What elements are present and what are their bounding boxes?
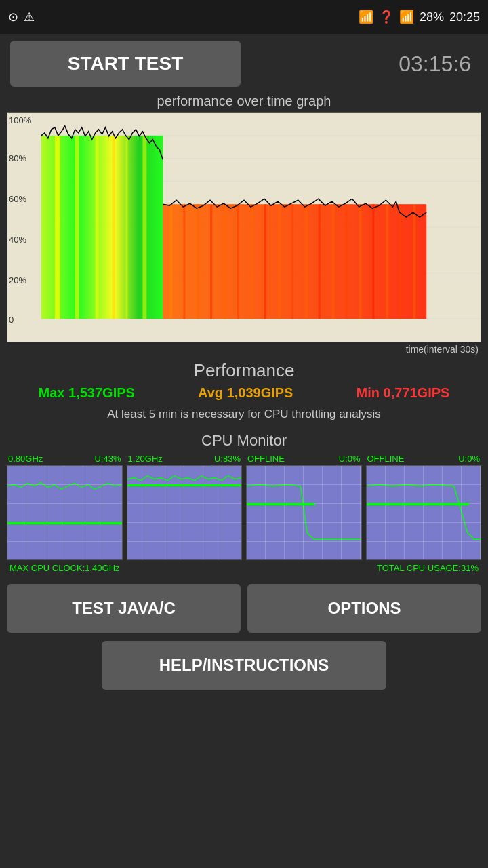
performance-graph: 100% 80% 60% 40% 20% 0: [7, 112, 481, 342]
cpu-core-3-freq: OFFLINE: [367, 454, 405, 464]
cpu-core-1-graph: [127, 465, 243, 560]
svg-rect-32: [413, 204, 415, 319]
performance-section: Performance Max 1,537GIPS Avg 1,039GIPS …: [0, 355, 488, 425]
svg-rect-12: [142, 136, 146, 319]
cpu-core-1-usage: U:83%: [214, 454, 241, 464]
cpu-core-2-line: [247, 503, 315, 505]
status-right-icons: 📶 ❓ 📶 28% 20:25: [359, 9, 480, 24]
question-icon: ❓: [379, 9, 394, 24]
svg-rect-24: [305, 204, 308, 319]
cpu-core-0-svg: [7, 466, 122, 559]
cpu-core-2-header: OFFLINE U:0%: [246, 454, 362, 465]
svg-rect-27: [346, 204, 348, 319]
warning-icon: ⚠: [24, 9, 35, 24]
test-java-c-button[interactable]: TEST JAVA/C: [7, 584, 241, 633]
cpu-monitor-title: CPU Monitor: [7, 432, 481, 450]
svg-rect-25: [319, 204, 321, 319]
graph-time-label: time(interval 30s): [7, 344, 481, 355]
svg-rect-11: [126, 136, 128, 319]
max-cpu-clock: MAX CPU CLOCK:1.40GHz: [9, 563, 120, 573]
cpu-core-2-usage: U:0%: [339, 454, 361, 464]
cpu-core-0-freq: 0.80GHz: [8, 454, 43, 464]
help-instructions-button[interactable]: HELP/INSTRUCTIONS: [102, 641, 386, 690]
svg-rect-8: [75, 136, 79, 319]
svg-rect-21: [264, 204, 266, 319]
cpu-core-3-graph: [366, 465, 482, 560]
svg-rect-10: [113, 136, 115, 319]
svg-rect-7: [55, 136, 60, 319]
cpu-core-3-header: OFFLINE U:0%: [366, 454, 482, 465]
cpu-core-0-line: [7, 522, 122, 524]
cpu-core-2-freq: OFFLINE: [247, 454, 285, 464]
svg-rect-18: [224, 204, 226, 319]
cpu-core-1-freq: 1.20GHz: [128, 454, 163, 464]
svg-rect-16: [197, 204, 199, 319]
timer-display: 03:15:6: [241, 52, 478, 77]
cpu-core-3-usage: U:0%: [458, 454, 480, 464]
help-button-container: HELP/INSTRUCTIONS: [0, 641, 488, 690]
graph-section: performance over time graph 100% 80% 60%…: [0, 94, 488, 355]
time-display: 20:25: [449, 10, 480, 24]
svg-rect-28: [359, 204, 362, 319]
svg-rect-31: [399, 204, 401, 319]
svg-rect-15: [183, 204, 185, 319]
cpu-grids-container: 0.80GHz U:43% 1.20GHz U:83%: [7, 454, 481, 560]
svg-rect-14: [169, 204, 172, 319]
svg-rect-19: [237, 204, 239, 319]
cpu-core-1-line: [127, 484, 242, 486]
svg-rect-26: [332, 204, 335, 319]
svg-rect-23: [291, 204, 293, 319]
svg-rect-9: [96, 136, 99, 319]
graph-title: performance over time graph: [7, 94, 481, 109]
cpu-core-0: 0.80GHz U:43%: [7, 454, 123, 560]
performance-graph-svg: [7, 113, 481, 342]
cpu-core-2-svg: [247, 466, 361, 559]
top-controls: START TEST 03:15:6: [0, 34, 488, 94]
min-stat: Min 0,771GIPS: [357, 385, 450, 401]
cpu-core-0-graph: [7, 465, 123, 560]
status-left-icons: ⊙ ⚠: [8, 9, 35, 24]
options-button[interactable]: OPTIONS: [247, 584, 481, 633]
svg-rect-29: [372, 204, 374, 319]
cpu-core-3-line: [367, 503, 470, 505]
max-stat: Max 1,537GIPS: [39, 385, 135, 401]
action-buttons: TEST JAVA/C OPTIONS: [0, 576, 488, 641]
cpu-core-1: 1.20GHz U:83%: [127, 454, 243, 560]
battery-text: 28%: [420, 10, 444, 24]
cpu-core-2-graph: [246, 465, 362, 560]
svg-rect-20: [251, 204, 253, 319]
wifi-icon: 📶: [359, 9, 373, 24]
start-test-button[interactable]: START TEST: [10, 41, 241, 87]
cpu-core-1-header: 1.20GHz U:83%: [127, 454, 243, 465]
svg-rect-22: [278, 204, 281, 319]
total-cpu-usage: TOTAL CPU USAGE:31%: [377, 563, 479, 573]
cpu-bottom-stats: MAX CPU CLOCK:1.40GHz TOTAL CPU USAGE:31…: [7, 560, 481, 573]
app-icon: ⊙: [8, 9, 18, 24]
performance-title: Performance: [7, 360, 481, 381]
cpu-core-3: OFFLINE U:0%: [366, 454, 482, 560]
cpu-core-3-svg: [367, 466, 481, 559]
cpu-monitor-section: CPU Monitor 0.80GHz U:43% 1.20GHz U:83%: [0, 425, 488, 576]
signal-icon: 📶: [399, 9, 414, 24]
cpu-core-1-svg: [127, 466, 242, 559]
svg-rect-17: [210, 204, 212, 319]
performance-note: At least 5 min is necessary for CPU thro…: [7, 406, 481, 422]
cpu-core-2: OFFLINE U:0%: [246, 454, 362, 560]
status-bar: ⊙ ⚠ 📶 ❓ 📶 28% 20:25: [0, 0, 488, 34]
performance-stats: Max 1,537GIPS Avg 1,039GIPS Min 0,771GIP…: [7, 385, 481, 401]
avg-stat: Avg 1,039GIPS: [198, 385, 293, 401]
svg-rect-30: [386, 204, 388, 319]
cpu-core-0-usage: U:43%: [94, 454, 121, 464]
cpu-core-0-header: 0.80GHz U:43%: [7, 454, 123, 465]
